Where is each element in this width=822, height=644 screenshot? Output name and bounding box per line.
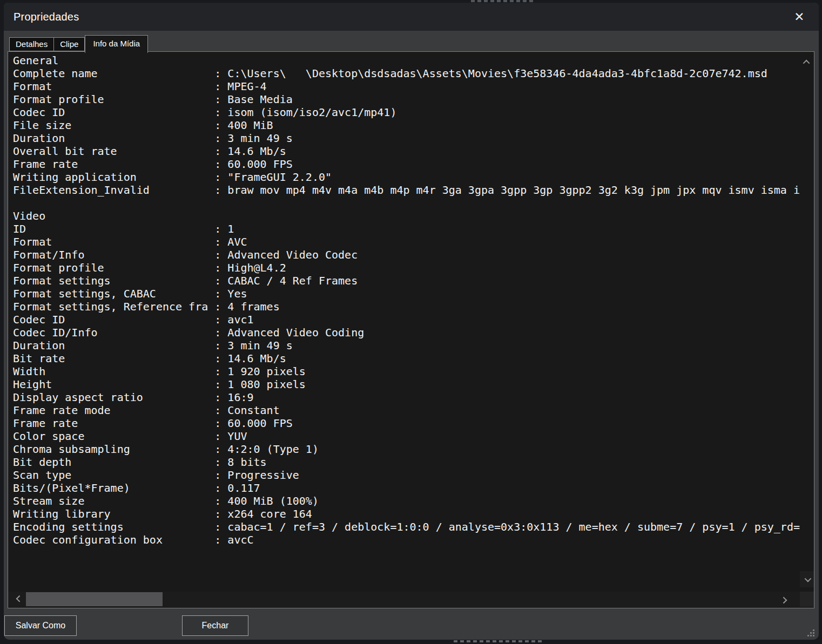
mediainfo-line: Frame rate : 60.000 FPS — [13, 158, 800, 171]
mediainfo-line: Codec ID : isom (isom/iso2/avc1/mp41) — [13, 106, 800, 119]
vertical-scrollbar — [800, 52, 814, 592]
mediainfo-line: Video — [13, 209, 800, 222]
mediainfo-line: Frame rate : 60.000 FPS — [13, 417, 800, 430]
mediainfo-line: Bit rate : 14.6 Mb/s — [13, 352, 800, 365]
mediainfo-line: Format settings, CABAC : Yes — [13, 287, 800, 300]
horizontal-scrollbar[interactable] — [8, 592, 814, 607]
chevron-right-icon — [780, 596, 787, 604]
chevron-down-icon — [804, 575, 811, 582]
close-icon[interactable]: ✕ — [787, 3, 811, 31]
mediainfo-line: Bit depth : 8 bits — [13, 456, 800, 469]
mediainfo-line: Writing library : x264 core 164 — [13, 507, 800, 520]
mediainfo-text: GeneralComplete name : C:\Users\ \Deskto… — [8, 52, 800, 592]
mediainfo-line: FileExtension_Invalid : braw mov mp4 m4v… — [13, 184, 800, 196]
tab-label: Detalhes — [16, 39, 48, 49]
tab-strip: Detalhes Clipe Info da Mídia — [9, 35, 148, 52]
tab-clipe[interactable]: Clipe — [54, 37, 85, 51]
tab-label: Info da Mídia — [93, 39, 140, 48]
mediainfo-line: Encoding settings : cabac=1 / ref=3 / de… — [13, 520, 800, 533]
mediainfo-line: Writing application : "FrameGUI 2.2.0" — [13, 171, 800, 184]
scroll-left-button[interactable] — [11, 592, 25, 607]
dialog-title: Propriedades — [14, 3, 79, 31]
mediainfo-line: Duration : 3 min 49 s — [13, 132, 800, 145]
mediainfo-line: Format settings : CABAC / 4 Ref Frames — [13, 274, 800, 287]
mediainfo-line: Codec ID/Info : Advanced Video Coding — [13, 326, 800, 339]
tab-detalhes[interactable]: Detalhes — [9, 37, 54, 51]
mediainfo-line: Codec ID : avc1 — [13, 313, 800, 326]
close-button[interactable]: Fechar — [182, 615, 248, 636]
mediainfo-line: Format profile : High@L4.2 — [13, 261, 800, 274]
scroll-down-button[interactable] — [800, 571, 814, 587]
dialog-titlebar[interactable]: Propriedades ✕ — [4, 3, 819, 31]
mediainfo-line: Format : MPEG-4 — [13, 80, 800, 93]
mediainfo-line: Format/Info : Advanced Video Codec — [13, 248, 800, 261]
mediainfo-line: Scan type : Progressive — [13, 469, 800, 482]
mediainfo-line: Color space : YUV — [13, 430, 800, 443]
chevron-up-icon — [803, 59, 810, 66]
background-app-remnant-bottom — [454, 640, 543, 643]
mediainfo-line: Bits/(Pixel*Frame) : 0.117 — [13, 482, 800, 494]
mediainfo-line: Format settings, Reference fra : 4 frame… — [13, 300, 800, 313]
mediainfo-line: Height : 1 080 pixels — [13, 378, 800, 391]
mediainfo-line: ID : 1 — [13, 222, 800, 235]
mediainfo-line: Width : 1 920 pixels — [13, 365, 800, 378]
scrollbar-corner — [800, 592, 814, 607]
tab-label: Clipe — [60, 39, 78, 49]
scroll-right-button[interactable] — [777, 592, 791, 607]
mediainfo-line: Display aspect ratio : 16:9 — [13, 391, 800, 404]
mediainfo-line: General — [13, 54, 800, 67]
mediainfo-line: Overall bit rate : 14.6 Mb/s — [13, 145, 800, 158]
mediainfo-line: Chroma subsampling : 4:2:0 (Type 1) — [13, 443, 800, 456]
mediainfo-line: Complete name : C:\Users\ \Desktop\dsdsa… — [13, 67, 800, 80]
mediainfo-line: Format : AVC — [13, 235, 800, 248]
mediainfo-line: Frame rate mode : Constant — [13, 404, 800, 417]
mediainfo-line: File size : 400 MiB — [13, 119, 800, 132]
mediainfo-line: Duration : 3 min 49 s — [13, 339, 800, 352]
chevron-left-icon — [16, 595, 23, 602]
mediainfo-line: Codec configuration box : avcC — [13, 533, 800, 546]
tab-info-da-midia[interactable]: Info da Mídia — [85, 35, 148, 53]
resize-grip-icon[interactable] — [807, 629, 816, 638]
mediainfo-line: Format profile : Base Media — [13, 93, 800, 106]
mediainfo-panel[interactable]: GeneralComplete name : C:\Users\ \Deskto… — [8, 51, 814, 608]
save-as-button[interactable]: Salvar Como — [4, 615, 77, 636]
properties-dialog: Propriedades ✕ Detalhes Clipe Info da Mí… — [4, 3, 819, 640]
mediainfo-line — [13, 196, 800, 209]
scroll-up-button[interactable] — [800, 54, 814, 70]
mediainfo-line: Stream size : 400 MiB (100%) — [13, 494, 800, 507]
horizontal-scroll-thumb[interactable] — [26, 592, 163, 606]
